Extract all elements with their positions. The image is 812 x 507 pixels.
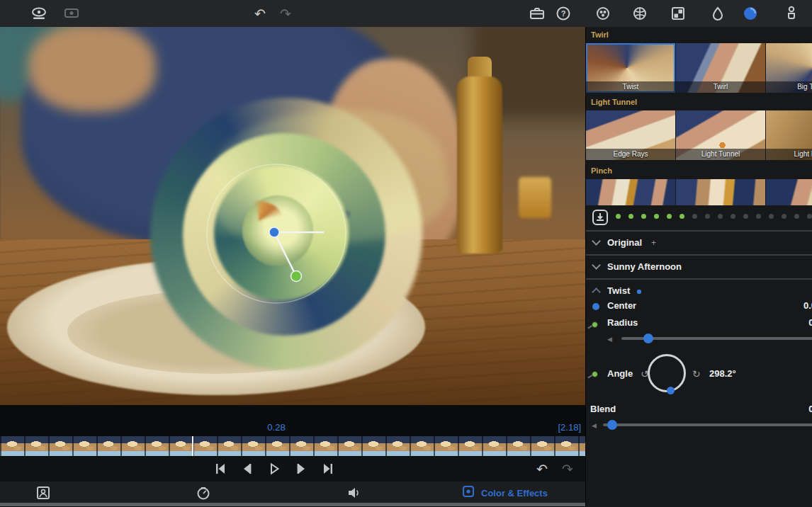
pager-dots — [616, 214, 812, 219]
undo-icon[interactable]: ↶ — [251, 5, 269, 22]
section-label-pinch: Pinch — [591, 166, 612, 175]
blend-slider[interactable] — [603, 423, 812, 426]
app-root: ↶ ↷ ? — [0, 0, 812, 507]
end-time: [2.18] — [558, 422, 581, 433]
rotate-cw-icon[interactable]: ↻ — [692, 368, 701, 380]
redo-icon[interactable]: ↷ — [558, 460, 577, 477]
preset-big-twirl[interactable]: Big Twirl — [766, 43, 812, 93]
timeline: 0.28 [2.18] — [0, 405, 585, 457]
effect-center-handle[interactable] — [269, 227, 279, 237]
frame-back-button[interactable] — [238, 460, 256, 477]
pager-dot — [769, 214, 774, 219]
center-label: Center — [607, 300, 636, 311]
blend-label: Blend — [590, 404, 616, 414]
blend-value: 0. — [808, 404, 812, 414]
pager-dot — [628, 214, 633, 219]
pager-dot — [794, 214, 799, 219]
section-label-twirl: Twirl — [591, 30, 609, 39]
play-button[interactable] — [265, 460, 283, 477]
color-effects-label: Color & Effects — [481, 488, 548, 499]
add-icon: + — [651, 238, 656, 248]
preset-light-rays[interactable]: Light Rays — [766, 110, 812, 160]
display-icon[interactable] — [62, 5, 81, 22]
color-wheel-icon[interactable] — [594, 5, 612, 22]
frames-icon[interactable] — [669, 5, 687, 22]
preset-twist[interactable]: Twist — [586, 43, 675, 93]
playhead[interactable] — [192, 436, 193, 456]
bottom-toolbar: Color & Effects — [0, 482, 585, 504]
radius-slider-thumb[interactable] — [643, 334, 653, 343]
angle-dial-handle[interactable] — [667, 387, 675, 394]
droplet-icon[interactable] — [709, 5, 727, 22]
light-tunnel-thumbnails: Edge Rays Light Tunnel Light Rays — [586, 110, 812, 160]
video-preview — [0, 27, 585, 405]
effects-ball-icon[interactable] — [631, 5, 649, 22]
filmstrip[interactable] — [0, 436, 585, 456]
skip-end-button[interactable] — [319, 460, 337, 477]
radius-label: Radius — [607, 317, 638, 328]
character-icon[interactable] — [782, 5, 801, 22]
preset-pinch-1[interactable] — [586, 179, 675, 205]
help-icon[interactable]: ? — [554, 5, 573, 22]
layer-sunny-afternoon[interactable]: Sunny Afternoon — [586, 256, 812, 278]
effect-control-overlay — [0, 27, 585, 405]
frame-fit-icon[interactable] — [34, 484, 52, 501]
pager-dot — [807, 214, 812, 219]
pager-dot — [731, 214, 735, 219]
home-indicator — [0, 503, 585, 506]
layer-original[interactable]: Original + — [586, 232, 812, 254]
pager-dot — [743, 214, 748, 219]
pager-dot — [641, 214, 646, 219]
preset-pinch-3[interactable] — [766, 179, 812, 205]
toolbox-icon[interactable] — [528, 5, 546, 22]
effect-radius-handle[interactable] — [291, 271, 302, 282]
keyframe-icon-center[interactable] — [592, 303, 599, 310]
skip-start-button[interactable] — [211, 460, 230, 477]
undo-icon[interactable]: ↶ — [533, 460, 551, 477]
center-value: 0.0 — [803, 300, 812, 311]
pager-dot — [654, 214, 659, 219]
pager-dot — [756, 214, 761, 219]
pager-dot — [616, 214, 621, 219]
keyframe-icon-radius[interactable] — [592, 321, 598, 328]
layer-twist[interactable]: Twist — [586, 280, 812, 302]
color-effects-icon — [462, 485, 475, 501]
frame-forward-button[interactable] — [292, 460, 310, 477]
chevron-down-icon — [592, 261, 601, 270]
blend-slider-thumb[interactable] — [607, 420, 617, 430]
pager-dot — [667, 214, 672, 219]
preset-edge-rays[interactable]: Edge Rays — [586, 110, 675, 160]
redo-icon[interactable]: ↷ — [276, 5, 295, 22]
preset-twirl[interactable]: Twirl — [676, 43, 765, 93]
speed-icon[interactable] — [194, 484, 213, 501]
radius-slider[interactable] — [621, 337, 812, 340]
modified-indicator — [637, 290, 641, 294]
chevron-up-icon — [592, 287, 601, 297]
top-toolbar: ↶ ↷ ? — [0, 0, 812, 27]
transport-bar: ↶ ↷ — [0, 457, 585, 482]
effects-panel: Twirl Twist Twirl Big Twirl Light Tunnel… — [585, 27, 812, 507]
preset-pinch-2[interactable] — [676, 179, 765, 205]
pager-dot — [782, 214, 786, 219]
pager-dot — [705, 214, 710, 219]
preset-light-tunnel[interactable]: Light Tunnel — [676, 110, 765, 160]
pinch-thumbnails — [586, 179, 812, 205]
save-preset-icon[interactable] — [592, 209, 609, 226]
angle-value: 298.2° — [709, 368, 736, 379]
pager-dot — [692, 214, 697, 219]
slider-reset-arrow-icon[interactable]: ◀ — [607, 336, 612, 343]
pager-dot — [680, 214, 684, 219]
slider-reset-arrow-icon[interactable]: ◀ — [592, 422, 597, 429]
audio-icon[interactable] — [344, 484, 363, 501]
angle-label: Angle — [607, 368, 633, 379]
projector-icon[interactable] — [30, 5, 48, 22]
color-effects-button[interactable]: Color & Effects — [462, 484, 548, 501]
color-effects-active-icon[interactable] — [741, 5, 760, 22]
current-time: 0.28 — [241, 422, 312, 433]
svg-text:?: ? — [561, 9, 566, 18]
radius-value: 0. — [808, 317, 812, 328]
angle-dial[interactable] — [648, 354, 686, 392]
keyframe-icon-angle[interactable] — [592, 371, 598, 377]
section-label-light-tunnel: Light Tunnel — [591, 98, 637, 106]
pager-dot — [718, 214, 723, 219]
